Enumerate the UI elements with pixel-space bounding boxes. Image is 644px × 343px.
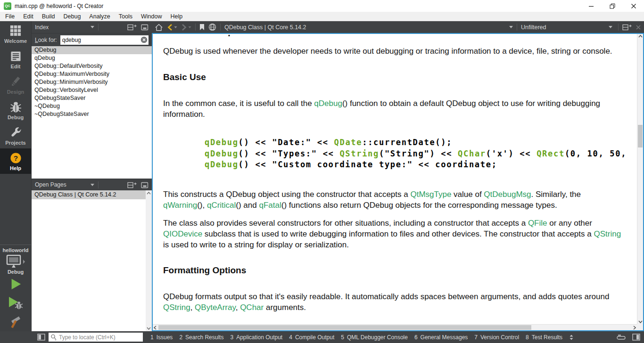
- scroll-left-icon[interactable]: [154, 325, 157, 330]
- project-name: helloworld: [3, 247, 29, 253]
- doc-link[interactable]: QByteArray: [195, 303, 236, 312]
- pane-label: Version Control: [480, 334, 519, 341]
- vertical-scroll-thumb[interactable]: [638, 125, 643, 147]
- doc-link[interactable]: QChar: [458, 149, 486, 158]
- mode-welcome[interactable]: Welcome: [0, 21, 31, 47]
- open-pages-scrollbar[interactable]: [146, 190, 152, 331]
- doc-link[interactable]: qDebug: [205, 138, 239, 147]
- index-item[interactable]: QDebug::VerbosityLevel: [32, 86, 152, 94]
- menu-analyze[interactable]: Analyze: [85, 12, 114, 21]
- divider: [98, 24, 99, 31]
- index-item[interactable]: qDebug: [32, 54, 152, 62]
- debug-run-button[interactable]: [8, 294, 24, 312]
- doc-link[interactable]: QtMsgType: [410, 190, 451, 199]
- left-sidebar-icon: [37, 334, 45, 341]
- toggle-left-sidebar-button[interactable]: [37, 334, 45, 341]
- pane-number: 4: [289, 334, 292, 341]
- doc-link[interactable]: QString: [339, 149, 379, 158]
- menu-debug[interactable]: Debug: [59, 12, 85, 21]
- doc-link[interactable]: qDebug: [205, 160, 239, 169]
- output-pane-compile-output[interactable]: 4Compile Output: [289, 334, 334, 341]
- index-item[interactable]: QDebugStateSaver: [32, 94, 152, 102]
- doc-link[interactable]: QString: [163, 303, 190, 312]
- output-pane-application-output[interactable]: 3Application Output: [230, 334, 282, 341]
- split-icon[interactable]: [127, 181, 137, 188]
- output-pane-test-results[interactable]: 8Test Results: [526, 334, 562, 341]
- panel-mode-dropdown-arrow[interactable]: [91, 26, 94, 28]
- help-side-panels: Index Look for: QDebugqDebugQDebug::Defa…: [32, 21, 152, 331]
- document-title-combo[interactable]: QDebug Class | Qt Core 5.14.2: [224, 24, 513, 31]
- close-panel-icon[interactable]: [141, 181, 149, 188]
- doc-link[interactable]: QDate: [334, 138, 363, 147]
- locate-input[interactable]: [59, 334, 141, 341]
- doc-link[interactable]: QString: [594, 229, 621, 238]
- open-page-item[interactable]: QDebug Class | Qt Core 5.14.2: [32, 190, 146, 199]
- index-item[interactable]: QDebug::MaximumVerbosity: [32, 70, 152, 78]
- output-pane-version-control[interactable]: 7Version Control: [474, 334, 519, 341]
- online-docs-globe-icon[interactable]: [208, 23, 216, 31]
- output-pane-search-results[interactable]: 2Search Results: [179, 334, 223, 341]
- doc-link[interactable]: QtDebugMsg: [484, 190, 531, 199]
- build-button[interactable]: [8, 312, 23, 331]
- output-pane-qml-debugger-console[interactable]: 5QML Debugger Console: [341, 334, 408, 341]
- doc-link[interactable]: qFatal: [259, 201, 281, 210]
- close-panel-icon[interactable]: [141, 24, 149, 31]
- index-item[interactable]: ~QDebug: [32, 102, 152, 110]
- scroll-up-icon[interactable]: [147, 192, 151, 195]
- doc-link[interactable]: QFile: [528, 219, 547, 228]
- doc-paragraph: QDebug formats output so that it's easil…: [163, 291, 623, 313]
- mode-debug[interactable]: Debug: [0, 98, 31, 123]
- forward-button[interactable]: [181, 24, 191, 31]
- bookmark-icon[interactable]: [199, 24, 205, 31]
- menu-tools[interactable]: Tools: [115, 12, 137, 21]
- split-icon[interactable]: [127, 24, 137, 31]
- toggle-right-sidebar-button[interactable]: [632, 334, 640, 341]
- scroll-down-icon[interactable]: [147, 327, 151, 330]
- doc-link[interactable]: qDebug: [205, 149, 239, 158]
- menu-file[interactable]: File: [1, 12, 19, 21]
- mode-edit[interactable]: Edit: [0, 47, 31, 72]
- doc-link[interactable]: qCritical: [207, 201, 236, 210]
- doc-link[interactable]: QChar: [240, 303, 264, 312]
- output-pane-general-messages[interactable]: 6General Messages: [414, 334, 468, 341]
- index-item[interactable]: QDebug::DefaultVerbosity: [32, 62, 152, 70]
- mode-projects[interactable]: Projects: [0, 123, 31, 148]
- run-button[interactable]: [9, 275, 22, 294]
- menu-window[interactable]: Window: [137, 12, 166, 21]
- filter-combo[interactable]: Unfiltered: [521, 24, 614, 31]
- clear-input-icon[interactable]: [140, 36, 148, 43]
- scroll-up-icon[interactable]: [637, 35, 643, 38]
- index-item[interactable]: ~QDebugStateSaver: [32, 110, 152, 118]
- doc-link[interactable]: qDebug: [314, 99, 342, 108]
- home-icon[interactable]: [155, 23, 163, 32]
- panel-mode-dropdown-arrow[interactable]: [91, 184, 94, 186]
- index-item[interactable]: QDebug: [32, 46, 152, 54]
- help-document: Detailed Description QDebug is used when…: [153, 34, 637, 324]
- scroll-down-icon[interactable]: [637, 320, 643, 323]
- restore-button[interactable]: [602, 0, 623, 12]
- kit-selector[interactable]: [6, 254, 25, 269]
- build-config-label: Debug: [8, 269, 24, 275]
- restore-icon: [610, 3, 615, 9]
- menu-help[interactable]: Help: [166, 12, 187, 21]
- close-button[interactable]: [623, 0, 644, 12]
- scroll-right-icon[interactable]: [633, 325, 636, 330]
- code-line: qDebug() << "Date:" << QDate::currentDat…: [205, 137, 637, 148]
- menu-edit[interactable]: Edit: [19, 12, 38, 21]
- minimize-button[interactable]: [580, 0, 602, 12]
- output-pane-issues[interactable]: 1Issues: [150, 334, 173, 341]
- split-icon[interactable]: [622, 24, 632, 31]
- look-for-input[interactable]: [62, 37, 140, 43]
- vertical-scrollbar[interactable]: [637, 34, 643, 324]
- mode-help[interactable]: ?Help: [0, 148, 31, 174]
- doc-link[interactable]: qWarning: [163, 201, 197, 210]
- horizontal-scroll-thumb[interactable]: [158, 325, 531, 330]
- menu-build[interactable]: Build: [38, 12, 59, 21]
- output-panes-menu-button[interactable]: [568, 334, 575, 341]
- back-button[interactable]: [167, 24, 177, 31]
- horizontal-scrollbar[interactable]: [153, 324, 637, 330]
- doc-link[interactable]: QIODevice: [163, 229, 202, 238]
- doc-link[interactable]: QRect: [537, 149, 565, 158]
- index-item[interactable]: QDebug::MinimumVerbosity: [32, 78, 152, 86]
- doc-text: ,: [190, 303, 195, 312]
